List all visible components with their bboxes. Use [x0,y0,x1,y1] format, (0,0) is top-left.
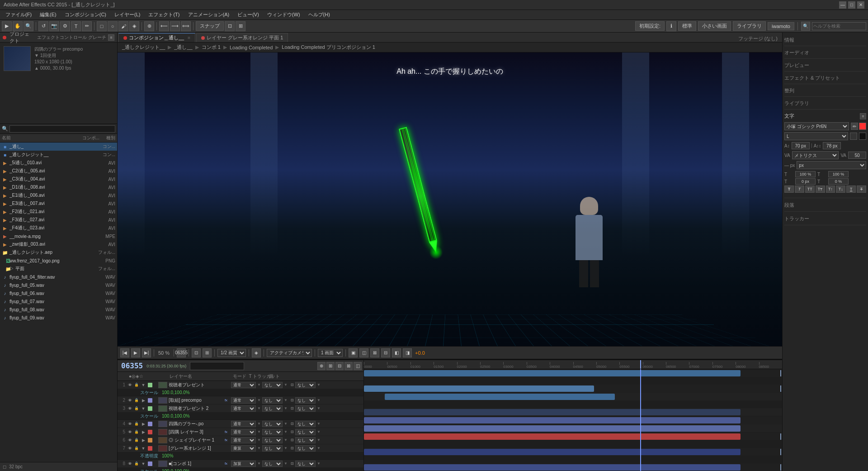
lr-track-0[interactable]: なし [262,382,283,388]
menu-animation[interactable]: アニメーション(A) [184,10,233,19]
layer-row-3[interactable]: 4 👁 🔒 ▶ 四隅のブラー-.po 通常 ▼ なし ▼ ⊡ なし [118,420,363,428]
minimize-button[interactable]: — [839,1,846,9]
lr-expand-2[interactable]: ▼ [140,405,146,412]
rp-paragraph-label[interactable]: 段落 [784,200,866,210]
layer-btn-5[interactable]: ◫ [354,362,362,370]
file-item-1[interactable]: ■ _通しクレジット__ コン... [0,151,117,159]
file-item-14[interactable]: 🖼 ww.frenz_2017_logo.png PNG [0,257,117,265]
lr-lock-6[interactable]: 🔒 [133,445,140,452]
lr-eye-4[interactable]: 👁 [127,429,133,435]
viewer-grid-toggle[interactable]: ⊞ [203,348,212,357]
viewer-extra-5[interactable]: ◧ [392,348,401,357]
tool-zoom[interactable]: 🔍 [24,21,33,31]
layer-btn-3[interactable]: ⊟ [335,362,344,370]
menu-effect[interactable]: エフェクト(T) [145,10,183,19]
lr-expand-6[interactable]: ▼ [140,445,146,452]
baseline-input[interactable] [795,178,816,185]
tool-settings[interactable]: ⚙ [60,21,70,31]
lr-parent-4[interactable]: なし [295,429,316,435]
current-time-display[interactable]: 06355 [119,362,145,370]
viewer-extra-3[interactable]: ⊠ [370,348,379,357]
breadcrumb-1[interactable]: _通しクレジット__ [120,44,167,51]
layer-search-input[interactable] [190,362,244,370]
lr-mode-5[interactable]: 通常 [231,437,256,443]
file-item-0[interactable]: ■ _通し_ コン... [0,143,117,151]
lr-mode-7[interactable]: 加算 [231,461,256,467]
viewer-snap[interactable]: ⊡ [192,348,201,357]
tool-paint[interactable]: 🖌 [118,21,128,31]
file-item-7[interactable]: ▶ _E3i通し_007.avi AVI [0,200,117,208]
lr-expand-7[interactable]: ▼ [140,461,146,467]
preset-info[interactable]: ℹ [666,21,676,31]
scale-v-input[interactable] [828,171,849,177]
file-item-19[interactable]: ♪ flyup_full_07.wav WAV [0,297,117,305]
lr-track-7[interactable]: なし [262,461,283,467]
lr-parent-6[interactable]: なし [295,445,316,452]
rp-char-menu[interactable]: ≡ [860,113,866,119]
file-item-18[interactable]: ♪ flyup_full_06.wav WAV [0,289,117,297]
breadcrumb-5[interactable]: Loading Completed プリコンポジション 1 [280,44,377,51]
file-item-4[interactable]: ▶ _C3i通し_004.avi AVI [0,175,117,183]
underline-btn[interactable]: T [846,186,856,193]
maximize-button[interactable]: □ [848,1,855,9]
lr-expand-1[interactable]: ▶ [140,397,146,404]
tool-shape-rect[interactable]: □ [97,21,107,31]
rp-character-label[interactable]: 文字 [784,112,794,120]
rp-tracker-label[interactable]: トラッカー [784,214,866,224]
tracking-value-input[interactable] [848,152,866,159]
lr-mode-2[interactable]: 通常 [231,405,256,412]
tool-text[interactable]: T [71,21,81,31]
snap-toggle[interactable]: ⊡ [225,21,235,31]
strike-btn[interactable]: T [857,186,866,193]
color-btn-1[interactable] [850,133,857,140]
viewer-prev-frame[interactable]: |◀ [120,348,129,357]
lr-fx-icon-5[interactable]: fx [223,437,229,443]
tool-puppet[interactable]: ⊕ [144,21,154,31]
help-search-input[interactable] [812,22,866,30]
lr-fx-icon-7[interactable]: fx [223,461,229,467]
lr-lock-7[interactable]: 🔒 [133,461,140,467]
tool-hand[interactable]: ✋ [13,21,23,31]
lr-eye-2[interactable]: 👁 [127,405,133,412]
lr-fx-icon-1[interactable]: fx [223,397,229,404]
menu-view[interactable]: ビュー(V) [234,10,263,19]
rp-library-label[interactable]: ライブラリ [784,99,866,108]
panel-menu-btn[interactable]: ≡ [108,34,114,41]
layer-btn-4[interactable]: ⊠ [344,362,353,370]
lr-mode-1[interactable]: 通常 [231,397,256,404]
rp-preview-label[interactable]: プレビュー [784,61,866,70]
lr-mode-6[interactable]: 乗算 [231,445,256,452]
layer-row-4[interactable]: 5 👁 🔒 ▶ [四隅 レイヤー 3] fx 通常 ▼ なし ▼ ⊡ なし [118,428,363,436]
preset-initial[interactable]: 初期設定: [635,21,665,31]
lr-fx-icon-4[interactable]: fx [223,429,229,435]
viewer-extra-6[interactable]: ◨ [403,348,412,357]
quality-select[interactable]: 1/2 画質 [217,349,246,357]
snap-button[interactable]: スナップ [196,21,224,31]
file-item-10[interactable]: ▶ _F4i通し_023.avi AVI [0,224,117,232]
breadcrumb-2[interactable]: _通し__ [172,44,194,51]
file-item-16[interactable]: ♪ flyup_full_04_filter.wav WAV [0,273,117,281]
lr-parent-0[interactable]: なし [295,382,316,388]
lr-parent-3[interactable]: なし [295,421,316,427]
rp-audio-label[interactable]: オーディオ [784,48,866,57]
file-item-15[interactable]: 📁 ▷ 平面 フォル... [0,265,117,273]
viewer-extra-4[interactable]: ⊟ [381,348,390,357]
lr-track-3[interactable]: なし [262,421,283,427]
lr-eye-3[interactable]: 👁 [127,421,133,427]
lr-parent-5[interactable]: なし [295,437,316,443]
menu-edit[interactable]: 編集(E) [36,10,60,19]
menu-composition[interactable]: コンポジション(C) [61,10,110,19]
lr-expand-0[interactable]: ▼ [140,382,146,388]
file-item-11[interactable]: ▶ __movie-a.mpg MPE [0,232,117,240]
align-left[interactable]: ⟵ [159,21,169,31]
lr-lock-3[interactable]: 🔒 [133,421,140,427]
italic-btn[interactable]: T [795,186,804,193]
file-item-13[interactable]: 📁 _通しクレジット.aep フォル... [0,248,117,257]
layer-row-0[interactable]: 1 👁 🔒 ▼ 視聴者プレゼント 通常 ▼ なし ▼ ⊡ なし [118,381,363,389]
lr-eye-5[interactable]: 👁 [127,437,133,443]
menu-layer[interactable]: レイヤー(L) [111,10,144,19]
lr-eye-7[interactable]: 👁 [127,461,133,467]
lr-eye-0[interactable]: 👁 [127,382,133,388]
tool-pen[interactable]: ✏ [82,21,92,31]
lr-eye-6[interactable]: 👁 [127,445,133,452]
